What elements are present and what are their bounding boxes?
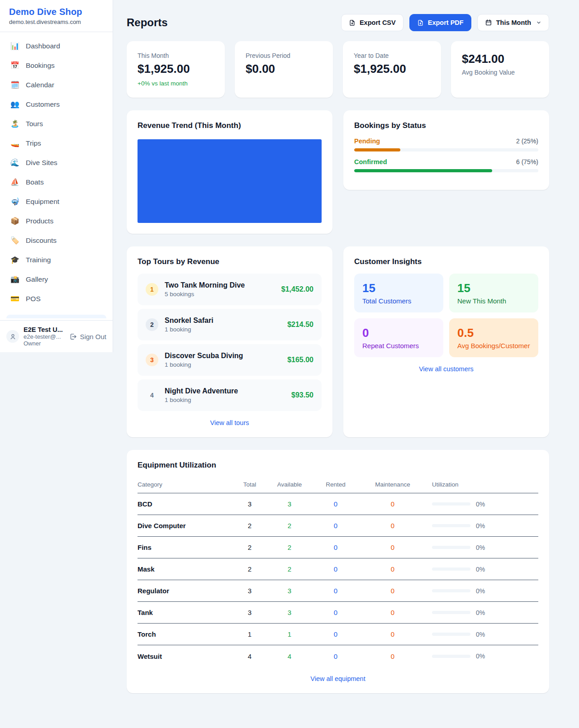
view-all-equipment-link[interactable]: View all equipment <box>138 675 538 682</box>
cell-category: BCD <box>138 500 228 508</box>
view-all-customers-link[interactable]: View all customers <box>354 365 538 373</box>
tour-bookings: 1 booking <box>165 326 281 333</box>
package-icon: 📦 <box>10 217 20 225</box>
top-tours-title: Top Tours by Revenue <box>138 257 322 266</box>
period-label: This Month <box>496 19 531 26</box>
equipment-table-header: Category Total Available Rented Maintena… <box>138 476 538 493</box>
table-row: Torch 1 1 0 0 0% <box>138 624 538 645</box>
sidebar-item-products[interactable]: 📦Products <box>0 211 113 231</box>
sidebar-item-boats[interactable]: ⛵Boats <box>0 172 113 192</box>
tile-label: Total Customers <box>362 297 435 305</box>
export-csv-label: Export CSV <box>360 19 396 26</box>
tile-value: 15 <box>362 281 435 295</box>
revenue-trend-card: Revenue Trend (This Month) <box>127 110 332 234</box>
credit-card-icon: 💳 <box>10 294 20 303</box>
sidebar-item-customers[interactable]: 👥Customers <box>0 95 113 114</box>
sidebar-item-trips[interactable]: 🚤Trips <box>0 133 113 153</box>
cell-total: 2 <box>228 522 271 529</box>
sign-out-icon <box>69 333 77 340</box>
export-csv-button[interactable]: Export CSV <box>341 14 403 31</box>
sign-out-button[interactable]: Sign Out <box>69 333 106 340</box>
status-bar-track <box>354 148 538 151</box>
sidebar-item-equipment[interactable]: 🤿Equipment <box>0 192 113 211</box>
charts-row: Revenue Trend (This Month) Bookings by S… <box>127 110 549 234</box>
col-maintenance: Maintenance <box>364 481 422 488</box>
file-export-icon <box>417 19 424 26</box>
calendar-icon: 📅 <box>10 61 20 70</box>
tour-bookings: 1 booking <box>165 361 281 368</box>
shop-name: Demo Dive Shop <box>9 7 104 17</box>
sidebar-item-calendar[interactable]: 🗓️Calendar <box>0 75 113 95</box>
cell-rented: 0 <box>308 630 364 638</box>
tour-row: 1 Two Tank Morning Dive 5 bookings $1,45… <box>138 274 322 305</box>
tour-info: Two Tank Morning Dive 5 bookings <box>165 281 275 298</box>
tile-new-this-month: 15 New This Month <box>449 274 538 312</box>
sidebar-item-gallery[interactable]: 📸Gallery <box>0 269 113 289</box>
diving-mask-icon: 🤿 <box>10 197 20 206</box>
period-select[interactable]: This Month <box>477 14 549 31</box>
sidebar-item-label: Boats <box>26 178 44 186</box>
stat-label: Avg Booking Value <box>462 69 538 76</box>
utilization-bar-track <box>432 524 470 527</box>
sidebar-item-dashboard[interactable]: 📊Dashboard <box>0 36 113 56</box>
cell-maintenance: 0 <box>364 500 422 508</box>
tile-label: Avg Bookings/Customer <box>457 342 530 350</box>
user-role: Owner <box>24 340 65 347</box>
utilization-percent: 0% <box>476 652 485 660</box>
sidebar-item-dive-sites[interactable]: 🌊Dive Sites <box>0 153 113 172</box>
cell-available: 3 <box>271 500 308 508</box>
shop-domain: demo.test.divestreams.com <box>9 19 104 25</box>
sidebar-header: Demo Dive Shop demo.test.divestreams.com <box>0 0 113 32</box>
utilization-bar-track <box>432 589 470 592</box>
sidebar-item-active-partial[interactable] <box>6 315 106 318</box>
tour-name: Discover Scuba Diving <box>165 352 281 360</box>
export-pdf-button[interactable]: Export PDF <box>409 14 471 31</box>
bookings-by-status-card: Bookings by Status Pending 2 (25%) Confi… <box>343 110 549 190</box>
sidebar-item-label: Gallery <box>26 275 48 284</box>
user-name: E2E Test U... <box>24 326 65 333</box>
cell-maintenance: 0 <box>364 609 422 616</box>
sidebar-item-bookings[interactable]: 📅Bookings <box>0 56 113 75</box>
label-tag-icon: 🏷️ <box>10 236 20 245</box>
col-total: Total <box>228 481 271 488</box>
cell-category: Mask <box>138 565 228 573</box>
sailboat-icon: ⛵ <box>10 178 20 186</box>
cell-category: Dive Computer <box>138 522 228 529</box>
cell-maintenance: 0 <box>364 544 422 551</box>
stat-value: $241.00 <box>462 52 538 66</box>
sidebar-item-discounts[interactable]: 🏷️Discounts <box>0 231 113 250</box>
sidebar-item-training[interactable]: 🎓Training <box>0 250 113 269</box>
sidebar-item-tours[interactable]: 🏝️Tours <box>0 114 113 133</box>
sidebar-item-label: Customers <box>26 100 60 109</box>
sidebar-item-label: Trips <box>26 139 41 147</box>
sidebar-nav: 📊Dashboard 📅Bookings 🗓️Calendar 👥Custome… <box>0 32 113 315</box>
cell-available: 3 <box>271 609 308 616</box>
cell-category: Torch <box>138 630 228 638</box>
cell-utilization: 0% <box>422 631 538 638</box>
equipment-utilization-card: Equipment Utilization Category Total Ava… <box>127 450 549 693</box>
stat-label: Previous Period <box>246 52 322 59</box>
tour-revenue: $93.50 <box>291 391 313 399</box>
cell-rented: 0 <box>308 609 364 616</box>
sidebar-user-footer: E2E Test U... e2e-tester@... Owner Sign … <box>0 320 113 352</box>
tour-revenue: $1,452.00 <box>281 285 313 293</box>
cell-available: 1 <box>271 630 308 638</box>
table-row: Dive Computer 2 2 0 0 0% <box>138 515 538 537</box>
view-all-tours-link[interactable]: View all tours <box>138 419 322 426</box>
sidebar-item-label: Discounts <box>26 236 57 245</box>
file-export-icon <box>349 19 356 26</box>
cell-total: 3 <box>228 500 271 508</box>
sidebar-item-label: Tours <box>26 120 43 128</box>
person-icon <box>9 333 16 340</box>
cell-utilization: 0% <box>422 652 538 660</box>
tour-row: 4 Night Dive Adventure 1 booking $93.50 <box>138 379 322 411</box>
cell-available: 4 <box>271 652 308 660</box>
sidebar-item-pos[interactable]: 💳POS <box>0 289 113 308</box>
bookings-by-status-title: Bookings by Status <box>354 121 538 130</box>
stat-value: $1,925.00 <box>138 62 214 76</box>
table-row: Mask 2 2 0 0 0% <box>138 558 538 580</box>
cell-available: 2 <box>271 522 308 529</box>
tour-row: 2 Snorkel Safari 1 booking $214.50 <box>138 309 322 340</box>
stat-card-avg-booking-value: $241.00 Avg Booking Value <box>451 41 549 98</box>
header-actions: Export CSV Export PDF This Month <box>341 14 549 31</box>
